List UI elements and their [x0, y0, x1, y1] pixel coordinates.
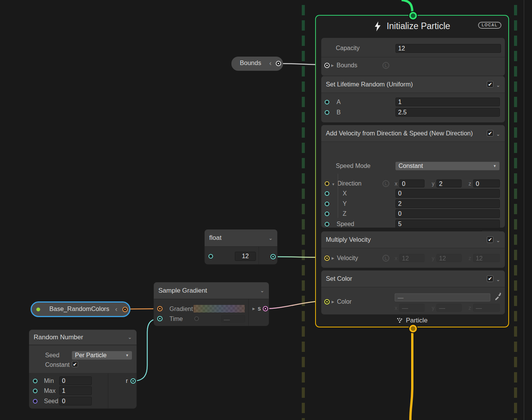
bounds-pill-node[interactable]: Bounds ‹ [231, 57, 283, 71]
float-output-port[interactable] [270, 254, 276, 259]
dropdown-arrow-icon: ▼ [125, 351, 129, 360]
seed-label: Seed [44, 397, 58, 405]
capacity-field[interactable]: 12 [395, 44, 501, 53]
min-field[interactable]: 0 [59, 376, 92, 385]
speed-port[interactable] [325, 222, 329, 226]
multiply-velocity-space-badge[interactable]: L [382, 255, 389, 262]
add-velocity-collapse-chevron[interactable]: ⌄ [496, 132, 500, 137]
gradient-input-label: Gradient [169, 305, 193, 313]
set-color-expand-triangle[interactable]: ▶ [332, 300, 334, 304]
base-randomcolors-param-node[interactable]: Base_RandomColors ‹ [31, 301, 130, 317]
direction-y-inline-field[interactable]: 2 [436, 179, 462, 187]
float-collapse-chevron[interactable]: ⌄ [268, 235, 273, 241]
param-collapse[interactable]: ‹ [115, 306, 117, 312]
set-lifetime-enabled-checkbox[interactable]: ✔ [487, 81, 493, 88]
bounds-expand-triangle[interactable]: ▶ [331, 63, 334, 68]
random-time-edge[interactable] [133, 319, 160, 381]
color-ghost-x-field: — [399, 304, 425, 312]
particle-flow-edge[interactable] [410, 327, 412, 420]
direction-x-field[interactable]: 0 [395, 189, 500, 198]
set-color-port[interactable] [324, 299, 330, 304]
multiply-ghost-z-field: 12 [473, 254, 500, 262]
time-input-port[interactable] [157, 316, 163, 321]
float-node[interactable]: float ⌄ 12 [205, 230, 277, 264]
multiply-velocity-enabled-checkbox[interactable]: ✔ [487, 236, 493, 243]
add-velocity-enabled-checkbox[interactable]: ✔ [487, 130, 493, 137]
max-port[interactable] [33, 389, 37, 393]
direction-z-field[interactable]: 0 [395, 209, 500, 218]
spawn-input-flowport[interactable] [409, 12, 417, 20]
direction-foldout-triangle[interactable]: ▼ [332, 182, 335, 187]
max-field[interactable]: 1 [59, 386, 92, 395]
direction-z-port[interactable] [325, 212, 329, 216]
direction-label: Direction [337, 179, 361, 188]
capacity-label: Capacity [336, 44, 360, 52]
random-number-collapse-chevron[interactable]: ⌄ [128, 334, 132, 340]
particle-output-flowport[interactable] [409, 325, 417, 332]
set-lifetime-title: Set Lifetime Random (Uniform) [326, 81, 413, 88]
multiply-ghost-y-field: 12 [436, 254, 462, 262]
lifetime-a-port[interactable] [325, 100, 329, 104]
multiply-velocity-port[interactable] [324, 256, 330, 261]
set-lifetime-block[interactable]: Set Lifetime Random (Uniform) ✔ ⌄ A 1 B … [321, 76, 505, 122]
float-node-title: float [209, 234, 221, 242]
multiply-velocity-collapse-chevron[interactable]: ⌄ [496, 238, 500, 243]
bounds-space-badge[interactable]: L [382, 62, 389, 69]
speed-field[interactable]: 5 [395, 220, 500, 228]
gradient-input-port[interactable] [157, 306, 163, 311]
color-swatch-field[interactable]: — [395, 293, 490, 301]
set-color-collapse-chevron[interactable]: ⌄ [496, 277, 500, 282]
bounds-pill-label: Bounds [240, 59, 261, 67]
sample-gradient-node[interactable]: Sample Gradient ⌄ Gradient Time — ▶ s [154, 282, 269, 326]
sample-gradient-collapse-chevron[interactable]: ⌄ [260, 288, 264, 293]
direction-y-field[interactable]: 2 [395, 199, 500, 208]
add-velocity-block[interactable]: Add Velocity from Direction & Speed (New… [321, 125, 505, 228]
direction-x-port[interactable] [325, 191, 329, 196]
bounds-pill-output-port[interactable] [276, 61, 281, 66]
param-output-port[interactable] [122, 307, 128, 312]
direction-y-port[interactable] [325, 202, 329, 206]
float-input-port[interactable] [208, 254, 213, 259]
graph-canvas[interactable]: Initialize Particle LOCAL Capacity 12 ▶ … [0, 0, 532, 420]
sample-output-port[interactable] [263, 306, 268, 311]
color-ghost-y-field: — [436, 304, 462, 312]
direction-x-axis-label: x [395, 180, 397, 188]
time-input-label: Time [169, 315, 183, 323]
multiply-ghost-z-label: z [469, 254, 471, 262]
set-lifetime-collapse-chevron[interactable]: ⌄ [496, 83, 500, 88]
bounds-input-port[interactable] [324, 63, 330, 68]
set-color-title: Set Color [326, 275, 352, 282]
capacity-block[interactable]: Capacity 12 ▶ Bounds L [321, 38, 505, 76]
lifetime-b-field[interactable]: 2.5 [395, 108, 500, 117]
float-value-field[interactable]: 12 [235, 252, 256, 261]
seed-mode-dropdown[interactable]: Per Particle ▼ [72, 351, 132, 360]
random-number-node[interactable]: Random Number ⌄ Seed Per Particle ▼ Cons… [29, 330, 137, 409]
lifetime-a-field[interactable]: 1 [395, 98, 500, 106]
seed-port[interactable] [33, 399, 37, 404]
set-color-enabled-checkbox[interactable]: ✔ [487, 275, 493, 282]
initialize-particle-node[interactable]: Initialize Particle LOCAL Capacity 12 ▶ … [315, 15, 509, 327]
multiply-ghost-y-label: y [432, 254, 434, 262]
multiply-velocity-block[interactable]: Multiply Velocity ✔ ⌄ ▶ Velocity L x 12 … [321, 231, 505, 268]
gradient-preview-swatch[interactable] [193, 304, 245, 313]
direction-space-badge[interactable]: L [382, 180, 389, 187]
color-ghost-x-label: x [395, 304, 397, 312]
multiply-velocity-title: Multiply Velocity [326, 236, 371, 243]
eyedropper-icon[interactable] [494, 293, 502, 300]
random-number-settings: Seed Per Particle ▼ Constant ✔ [29, 345, 137, 373]
direction-x-inline-field[interactable]: 0 [399, 179, 425, 187]
min-port[interactable] [33, 379, 37, 383]
speed-mode-dropdown[interactable]: Constant ▼ [395, 162, 499, 170]
direction-port[interactable] [325, 181, 329, 186]
bounds-pill-collapse[interactable]: ‹ [269, 60, 272, 66]
seed-mode-label: Seed [45, 351, 59, 360]
direction-z-inline-field[interactable]: 0 [473, 179, 500, 187]
constant-checkbox[interactable]: ✔ [72, 361, 78, 367]
seed-field[interactable]: 0 [59, 397, 92, 405]
multiply-ghost-x-label: x [395, 254, 397, 262]
lifetime-b-port[interactable] [325, 110, 329, 115]
random-output-port[interactable] [130, 378, 136, 384]
lightning-icon [374, 21, 381, 31]
set-color-block[interactable]: Set Color ✔ ⌄ ▶ Color — x — y — z — [321, 270, 505, 314]
multiply-velocity-expand-triangle[interactable]: ▶ [332, 256, 334, 260]
